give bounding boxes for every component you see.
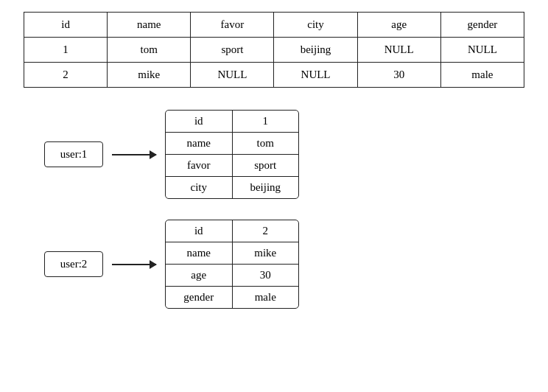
field-name: gender <box>166 287 232 309</box>
value-row: gendermale <box>166 287 298 309</box>
value-row: nametom <box>166 133 298 155</box>
value-table-wrap: id2namemikeage30gendermale <box>165 220 299 309</box>
table-header-id: id <box>24 13 108 38</box>
table-cell: beijing <box>274 38 357 63</box>
field-value: 2 <box>232 220 298 242</box>
table-header-city: city <box>274 13 357 38</box>
field-value: male <box>232 287 298 309</box>
value-row: citybeijing <box>166 177 298 199</box>
table-cell: NULL <box>440 38 524 63</box>
table-cell: 2 <box>24 63 108 88</box>
table-header-name: name <box>108 13 191 38</box>
key-box: user:2 <box>44 251 103 277</box>
arrow-line <box>112 154 156 155</box>
value-row: namemike <box>166 242 298 265</box>
table-header-age: age <box>357 13 440 38</box>
field-value: beijing <box>232 177 298 199</box>
table-header-gender: gender <box>440 13 524 38</box>
field-name: name <box>166 133 232 155</box>
table-cell: sport <box>191 38 274 63</box>
table-cell: tom <box>108 38 191 63</box>
arrow-line <box>112 264 156 265</box>
table-header-favor: favor <box>191 13 274 38</box>
field-name: favor <box>166 155 232 177</box>
table-cell: 30 <box>357 63 440 88</box>
field-name: age <box>166 265 232 287</box>
field-name: id <box>166 220 232 242</box>
table-cell: male <box>440 63 524 88</box>
value-row: id2 <box>166 220 298 242</box>
table-cell: NULL <box>274 63 357 88</box>
diagrams-container: user:1id1nametomfavorsportcitybeijing us… <box>15 110 533 309</box>
value-table: id2namemikeage30gendermale <box>166 220 298 308</box>
sql-table: idnamefavorcityagegender1tomsportbeijing… <box>24 12 524 88</box>
table-cell: mike <box>108 63 191 88</box>
field-value: 1 <box>232 111 298 133</box>
field-value: mike <box>232 242 298 265</box>
field-name: name <box>166 242 232 265</box>
arrow <box>112 264 156 265</box>
field-value: tom <box>232 133 298 155</box>
value-row: id1 <box>166 111 298 133</box>
table-row: 2mikeNULLNULL30male <box>24 63 524 88</box>
field-name: id <box>166 111 232 133</box>
field-name: city <box>166 177 232 199</box>
value-row: age30 <box>166 265 298 287</box>
value-table-wrap: id1nametomfavorsportcitybeijing <box>165 110 299 199</box>
table-row: 1tomsportbeijingNULLNULL <box>24 38 524 63</box>
key-box: user:1 <box>44 141 103 167</box>
table-cell: NULL <box>357 38 440 63</box>
table-cell: NULL <box>191 63 274 88</box>
arrow <box>112 154 156 155</box>
diagram-row-2: user:2id2namemikeage30gendermale <box>44 220 533 309</box>
diagram-row-1: user:1id1nametomfavorsportcitybeijing <box>44 110 533 199</box>
table-cell: 1 <box>24 38 108 63</box>
value-table: id1nametomfavorsportcitybeijing <box>166 111 298 198</box>
field-value: sport <box>232 155 298 177</box>
value-row: favorsport <box>166 155 298 177</box>
field-value: 30 <box>232 265 298 287</box>
